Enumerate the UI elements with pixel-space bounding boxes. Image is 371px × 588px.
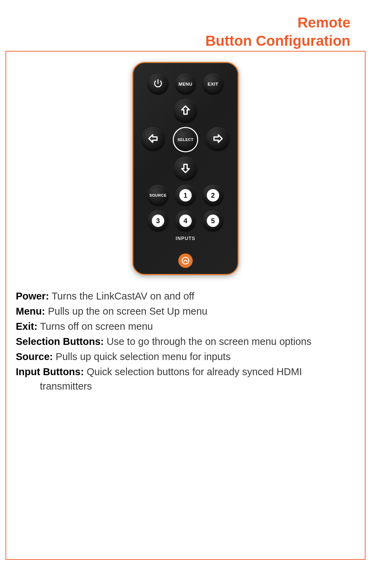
arrow-left-icon xyxy=(147,132,160,146)
input-number-4: 4 xyxy=(183,217,188,225)
source-button[interactable]: SOURCE xyxy=(147,185,169,206)
desc-selection-text: Use to go through the on screen menu opt… xyxy=(104,336,312,347)
desc-exit-label: Exit: xyxy=(16,321,37,332)
desc-menu-text: Pulls up the on screen Set Up menu xyxy=(45,306,207,317)
desc-inputs-label: Input Buttons: xyxy=(16,366,84,377)
down-button[interactable] xyxy=(173,156,198,181)
input-3-button[interactable]: 3 xyxy=(147,210,169,231)
remote-row-inputs: 3 4 5 xyxy=(141,210,230,231)
header-line1: Remote xyxy=(205,14,350,32)
desc-power-text: Turns the LinkCastAV on and off xyxy=(49,291,194,302)
menu-button[interactable]: MENU xyxy=(175,73,196,95)
input-number-5: 5 xyxy=(211,217,215,225)
power-icon xyxy=(153,78,163,90)
input-number-2: 2 xyxy=(211,192,215,199)
menu-label: MENU xyxy=(179,81,192,87)
desc-exit-text: Turns off on screen menu xyxy=(37,321,153,332)
page-header: Remote Button Configuration xyxy=(205,14,350,50)
arrow-down-icon xyxy=(179,162,192,176)
remote-row-top: MENU EXIT xyxy=(141,73,230,95)
desc-inputs-cont: transmitters xyxy=(16,379,351,393)
desc-source-label: Source: xyxy=(16,351,53,362)
arrow-right-icon xyxy=(211,132,224,146)
content-frame: MENU EXIT xyxy=(5,51,366,560)
select-button[interactable]: SELECT xyxy=(173,127,198,152)
input-number-badge: 3 xyxy=(152,215,164,227)
input-1-button[interactable]: 1 xyxy=(175,185,196,206)
input-number-3: 3 xyxy=(156,217,160,225)
input-number-badge: 4 xyxy=(179,215,192,227)
inputs-section-label: INPUTS xyxy=(141,236,230,241)
brand-logo-icon xyxy=(178,253,193,268)
remote-illustration: MENU EXIT xyxy=(132,62,239,275)
remote-row-down xyxy=(141,156,230,181)
input-number-badge: 1 xyxy=(179,189,192,202)
header-line2: Button Configuration xyxy=(205,32,350,50)
input-number-badge: 2 xyxy=(207,189,219,202)
input-number-badge: 5 xyxy=(207,215,219,227)
desc-selection: Selection Buttons: Use to go through the… xyxy=(16,334,351,349)
remote-body: MENU EXIT xyxy=(132,62,239,275)
power-button[interactable] xyxy=(147,73,169,95)
exit-label: EXIT xyxy=(208,81,218,87)
desc-power-label: Power: xyxy=(16,291,49,302)
left-button[interactable] xyxy=(141,127,165,151)
select-label: SELECT xyxy=(178,138,193,142)
source-label: SOURCE xyxy=(149,193,167,197)
arrow-up-icon xyxy=(179,104,192,118)
descriptions-block: Power: Turns the LinkCastAV on and off M… xyxy=(16,289,351,394)
remote-row-source: SOURCE 1 2 xyxy=(141,185,230,206)
desc-menu-label: Menu: xyxy=(16,306,45,317)
desc-inputs: Input Buttons: Quick selection buttons f… xyxy=(16,364,351,393)
desc-source-text: Pulls up quick selection menu for inputs xyxy=(53,351,231,362)
desc-exit: Exit: Turns off on screen menu xyxy=(16,319,351,334)
remote-row-up xyxy=(141,99,230,123)
svg-point-0 xyxy=(182,257,189,264)
exit-button[interactable]: EXIT xyxy=(202,73,224,95)
input-2-button[interactable]: 2 xyxy=(202,185,224,206)
up-button[interactable] xyxy=(173,99,198,123)
input-5-button[interactable]: 5 xyxy=(202,210,224,231)
right-button[interactable] xyxy=(206,127,230,151)
desc-selection-label: Selection Buttons: xyxy=(16,336,104,347)
remote-row-mid: SELECT xyxy=(141,127,230,152)
input-number-1: 1 xyxy=(183,192,188,199)
desc-source: Source: Pulls up quick selection menu fo… xyxy=(16,349,351,364)
input-4-button[interactable]: 4 xyxy=(175,210,196,231)
desc-inputs-text: Quick selection buttons for already sync… xyxy=(84,366,302,377)
desc-menu: Menu: Pulls up the on screen Set Up menu xyxy=(16,304,351,318)
desc-power: Power: Turns the LinkCastAV on and off xyxy=(16,289,351,303)
